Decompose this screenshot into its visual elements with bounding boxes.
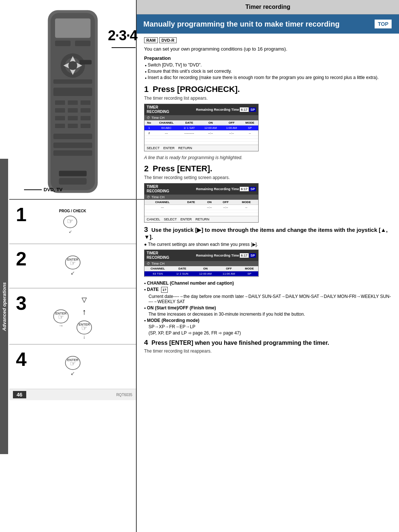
step3-heading: 3 Use the joystick [▶] to move through t… (144, 226, 392, 240)
doc-code: RQT6035 (116, 393, 132, 397)
bullet-date-detail: Current date----→the day before one mont… (144, 294, 392, 304)
ts2-select: SELECT (164, 217, 177, 221)
bullet-mode: MODE (Recording mode) (144, 318, 392, 323)
ts2-r1-mode: -- (234, 205, 258, 210)
ts1-col-ch: CHANNEL (154, 120, 179, 126)
ts2-col-off: OFF (217, 200, 234, 205)
svg-rect-14 (53, 88, 92, 96)
step4-head-text: Press [ENTER] when you have finished pro… (151, 340, 329, 346)
step3-icon: ENTER ☞ → ▽ ↑ ENTER ☞ ↓ (51, 296, 95, 340)
ts2-table: CHANNEL DATE ON OFF MODE --- --:-- --:--… (144, 200, 258, 216)
step1-sub: The timer recording list appears. (144, 96, 392, 101)
ts1-row-1: 1 64 ABC 1/ 1 SAT 12:00 AM 1:00 AM SP (144, 126, 258, 131)
footer: 46 RQT6035 (9, 389, 136, 400)
top-badge: TOP (374, 19, 392, 29)
ts2-col-date: DATE (180, 200, 202, 205)
ts2-enter: ENTER (181, 217, 192, 221)
step2-icon: ENTER ☞ ↙ (62, 253, 84, 279)
prep-item-1: Switch [DVD, TV] to "DVD". (145, 62, 392, 68)
remaining-time-2: Remaining Recording Time 6:17 SP (196, 187, 256, 191)
step4-number: 4 (16, 348, 27, 370)
bullet-channel: CHANNEL (Channel number and caption) (144, 281, 392, 286)
svg-text:☞: ☞ (70, 260, 76, 267)
ts3-r1-mode: SP (241, 271, 258, 277)
ts1-subheader-text: Time CH (151, 116, 164, 120)
bullet-channel-title: CHANNEL (Channel number and caption) (147, 281, 234, 286)
step2-heading: 2 Press [ENTER]. (144, 164, 392, 174)
svg-text:↙: ↙ (71, 370, 75, 376)
prep-item-3: Insert a disc for recording (make sure t… (145, 75, 392, 80)
svg-text:→: → (58, 323, 64, 329)
arrow-up-step3: ↑ (82, 307, 86, 317)
dvd-tv-label: DVD, TV (44, 187, 62, 192)
ts2-col-on: ON (202, 200, 217, 205)
svg-text:☞: ☞ (70, 360, 76, 367)
ts2-col-mode: MODE (234, 200, 258, 205)
prog-check-label: PROG / CHECK (59, 209, 86, 213)
remaining-label-1: Remaining Recording Time (196, 108, 239, 111)
ts3-col-on: ON (194, 266, 217, 271)
ts1-r2-mode: -- (242, 131, 258, 136)
ts2-r1-date (180, 205, 202, 210)
arrow-down-step3: ▽ (82, 296, 87, 304)
ts3-col-off: OFF (217, 266, 241, 271)
ts3-r1-date: 1/ 2 SUN (171, 271, 194, 277)
step4-num: 4 (144, 339, 148, 346)
ts1-bottom: SELECT ENTER RETURN (144, 145, 258, 151)
ts3-r1-off: 11:00 AM (217, 271, 241, 277)
ts1-col-off: OFF (222, 120, 242, 126)
bullet-mode-detail1: SP→XP→FR→EP→LP (144, 324, 392, 329)
ts2-subheader-text: Time CH (151, 195, 164, 199)
ts2-col-ch: CHANNEL (144, 200, 180, 205)
step4-heading: 4 Press [ENTER] when you have finished p… (144, 339, 392, 347)
step1-head-text: Press [PROG/CHECK]. (153, 85, 240, 94)
ts1-r1-mode: SP (242, 126, 258, 131)
ts1-select: SELECT (147, 146, 160, 150)
ts3-col-ch: CHANNEL (144, 266, 171, 271)
bullet-mode-title: MODE (Recording mode) (147, 318, 200, 323)
ts1-r2-off: --:-- (222, 131, 242, 136)
timer-screen-1-header: TIMERRECORDING Remaining Recording Time … (144, 104, 258, 115)
right-panel: Timer recording Manually programming the… (137, 0, 399, 532)
ts3-table: CHANNEL DATE ON OFF MODE 63 TSN 1/ 2 SUN… (144, 266, 258, 277)
ts2-empty2 (144, 213, 258, 216)
timer-screen-2: TIMERRECORDING Remaining Recording Time … (144, 183, 259, 223)
prep-item-2: Ensure that this unit's clock is set cor… (145, 69, 392, 74)
header-title: Timer recording (245, 4, 290, 10)
ts1-table: No CHANNEL DATE ON OFF MODE 1 64 ABC 1/ … (144, 120, 258, 145)
step2-number: 2 (16, 248, 27, 270)
svg-rect-21 (55, 116, 65, 120)
svg-rect-19 (68, 108, 78, 113)
page-number: 46 (13, 391, 26, 398)
svg-rect-31 (59, 178, 86, 185)
svg-text:☞: ☞ (67, 217, 74, 225)
badge-ram: RAM (144, 37, 158, 43)
content-area: RAM DVD-R You can set your own programmi… (137, 34, 399, 532)
ts2-r1-ch: --- (144, 205, 180, 210)
ts1-r2-ch: --- (154, 131, 179, 136)
time-value-2: 6:17 (240, 187, 249, 191)
step3-num: 3 (144, 226, 148, 233)
ts1-return: RETURN (178, 146, 192, 150)
ts1-title: TIMERRECORDING (147, 105, 169, 114)
ts2-empty1 (144, 210, 258, 213)
svg-text:↙: ↙ (68, 229, 72, 234)
bullet-on-off-title: ON (Start time)/OFF (Finish time) (147, 305, 216, 310)
remaining-label-3: Remaining Recording Time (196, 254, 239, 257)
step1-num: 1 (144, 85, 149, 94)
arrow-234 (112, 47, 136, 48)
ts1-row-empty3 (144, 142, 258, 145)
time-value-1: 6:17 (240, 107, 249, 112)
ts3-title: TIMERRECORDING (147, 251, 169, 260)
side-label-bar: Advanced operations (0, 159, 8, 454)
svg-rect-22 (68, 116, 78, 120)
svg-rect-12 (79, 60, 92, 65)
svg-text:☞: ☞ (81, 325, 87, 332)
prep-list: Switch [DVD, TV] to "DVD". Ensure that t… (144, 62, 392, 80)
step3-head-text: Use the joystick [▶] to move through the… (144, 227, 388, 240)
step3-container: 3 Use the joystick [▶] to move through t… (144, 226, 392, 336)
svg-rect-2 (55, 18, 91, 38)
ts2-r1-off: --:-- (217, 205, 234, 210)
ts2-subheader: ⏱ Time CH (144, 195, 258, 200)
ts1-subheader: ⏱ Time CH (144, 115, 258, 120)
